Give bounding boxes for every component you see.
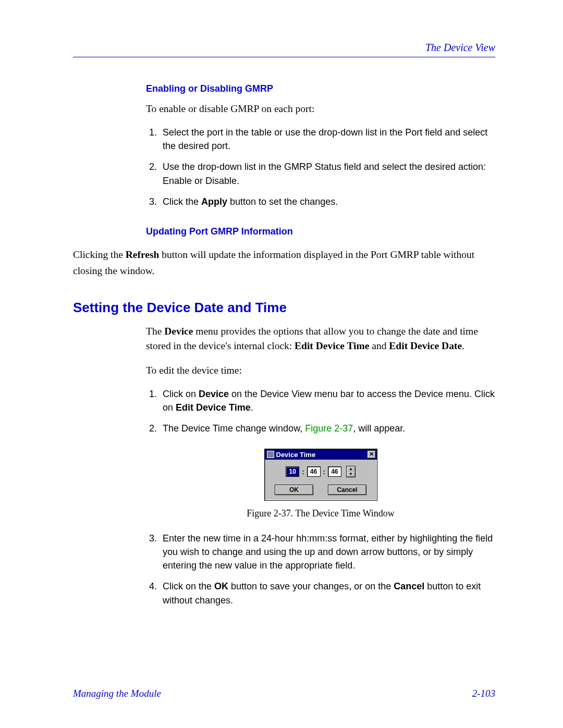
text: . bbox=[462, 340, 464, 351]
section-date-time: The Device menu provides the options tha… bbox=[146, 324, 495, 607]
subheading-update-gmrp: Updating Port GMRP Information bbox=[146, 226, 495, 237]
minutes-field[interactable]: 46 bbox=[307, 466, 321, 477]
section-enable-gmrp: Enabling or Disabling GMRP To enable or … bbox=[146, 83, 495, 237]
footer-page-number: 2-103 bbox=[472, 688, 495, 699]
header-section-link[interactable]: The Device View bbox=[425, 42, 495, 53]
para-update-gmrp: Clicking the Refresh button will update … bbox=[73, 246, 495, 279]
page-header: The Device View bbox=[73, 42, 495, 54]
text: Click on the bbox=[163, 581, 214, 591]
step-item: Click the Apply button to set the change… bbox=[160, 195, 495, 208]
step-item: Click on Device on the Device View menu … bbox=[160, 387, 495, 414]
window-titlebar[interactable]: Device Time ✕ bbox=[265, 449, 377, 460]
lead-edit-time: To edit the device time: bbox=[146, 363, 495, 378]
text: Click on bbox=[163, 389, 199, 399]
emphasis: Edit Device Time bbox=[295, 340, 369, 351]
emphasis: Edit Device Time bbox=[176, 402, 251, 413]
text: and bbox=[369, 340, 389, 351]
steps-edit-time-b: Enter the new time in a 24-hour hh:mm:ss… bbox=[146, 532, 495, 607]
step-item: Enter the new time in a 24-hour hh:mm:ss… bbox=[160, 532, 495, 572]
figure-reference-link[interactable]: Figure 2-37 bbox=[305, 423, 353, 434]
section-title-date-time: Setting the Device Date and Time bbox=[73, 300, 495, 316]
spinner-down-button[interactable]: ▼ bbox=[347, 472, 355, 477]
step-item: Click on the OK button to save your chan… bbox=[160, 579, 495, 607]
page: The Device View Enabling or Disabling GM… bbox=[0, 0, 563, 728]
window-icon bbox=[267, 451, 274, 458]
text: Clicking the bbox=[73, 249, 126, 260]
figure-device-time: Device Time ✕ 10 : 46 : 46 ▲ ▼ bbox=[146, 449, 495, 519]
steps-enable-gmrp: Select the port in the table or use the … bbox=[146, 126, 495, 208]
time-input-row: 10 : 46 : 46 ▲ ▼ bbox=[270, 466, 372, 477]
text: button to set the changes. bbox=[227, 196, 338, 207]
seconds-field[interactable]: 46 bbox=[328, 466, 341, 477]
window-body: 10 : 46 : 46 ▲ ▼ OK Cancel bbox=[265, 460, 377, 500]
step-item: Use the drop-down list in the GMRP Statu… bbox=[160, 160, 495, 187]
page-footer: Managing the Module 2-103 bbox=[73, 688, 495, 699]
colon: : bbox=[301, 468, 305, 476]
text: Click the bbox=[163, 196, 201, 207]
emphasis-apply: Apply bbox=[201, 196, 227, 207]
emphasis: OK bbox=[214, 581, 228, 591]
emphasis: Device bbox=[164, 326, 193, 337]
text: . bbox=[251, 402, 253, 413]
text: The bbox=[146, 326, 164, 337]
footer-left: Managing the Module bbox=[73, 688, 161, 699]
steps-edit-time-a: Click on Device on the Device View menu … bbox=[146, 387, 495, 435]
close-icon[interactable]: ✕ bbox=[367, 450, 376, 459]
emphasis: Device bbox=[199, 389, 229, 399]
text: button to save your changes, or on the bbox=[228, 581, 394, 591]
colon: : bbox=[322, 468, 326, 476]
header-divider bbox=[73, 57, 495, 57]
emphasis: Edit Device Date bbox=[389, 340, 462, 351]
hours-field[interactable]: 10 bbox=[286, 466, 299, 477]
intro-date-time: The Device menu provides the options tha… bbox=[146, 324, 495, 354]
window-button-row: OK Cancel bbox=[270, 485, 372, 495]
cancel-button[interactable]: Cancel bbox=[328, 485, 366, 495]
step-item: Select the port in the table or use the … bbox=[160, 126, 495, 153]
spinner: ▲ ▼ bbox=[346, 466, 356, 477]
emphasis-refresh: Refresh bbox=[126, 249, 160, 260]
figure-caption: Figure 2-37. The Device Time Window bbox=[146, 508, 495, 519]
step-item: The Device Time change window, Figure 2-… bbox=[160, 422, 495, 435]
window-title: Device Time bbox=[276, 451, 316, 459]
device-time-window: Device Time ✕ 10 : 46 : 46 ▲ ▼ bbox=[264, 449, 377, 501]
text: The Device Time change window, bbox=[163, 423, 305, 434]
subheading-enable-gmrp: Enabling or Disabling GMRP bbox=[146, 83, 495, 94]
emphasis: Cancel bbox=[394, 581, 424, 591]
ok-button[interactable]: OK bbox=[275, 485, 313, 495]
intro-enable-gmrp: To enable or disable GMRP on each port: bbox=[146, 102, 495, 116]
spinner-up-button[interactable]: ▲ bbox=[347, 466, 355, 472]
text: , will appear. bbox=[353, 423, 405, 434]
